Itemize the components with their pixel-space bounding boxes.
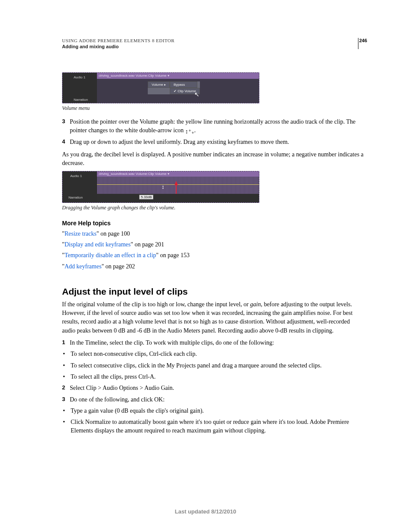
- help-rest: " on page 100: [97, 230, 130, 237]
- step-number: 3: [62, 118, 70, 135]
- page-number: 246: [359, 38, 367, 43]
- step-number: 3: [62, 395, 70, 404]
- help-link[interactable]: Temporarily disable an effect in a clip: [65, 252, 156, 258]
- step-text: Do one of the following, and click OK:: [70, 395, 364, 404]
- list-item: • Type a gain value (0 dB equals the cli…: [62, 407, 364, 415]
- screenshot-volume-menu: Audio 1 Narration driving_soundtrack.wav…: [62, 72, 259, 103]
- track-label-narration: Narration: [74, 98, 88, 102]
- list-item: • To select non-consecutive clips, Ctrl-…: [62, 350, 364, 358]
- header-title: USING ADOBE PREMIERE ELEMENTS 8 EDITOR: [62, 38, 364, 43]
- help-item: "Add keyframes" on page 202: [62, 261, 364, 272]
- step-text: Drag up or down to adjust the level unif…: [70, 138, 364, 146]
- menu-item-volume: Volume ▸: [148, 81, 170, 88]
- section2-intro: If the original volume of the clip is to…: [62, 300, 364, 335]
- bullet-icon: •: [62, 350, 71, 358]
- figure-caption-1: Volume menu: [62, 105, 364, 112]
- footer-last-updated: Last updated 8/12/2010: [0, 508, 411, 515]
- header-divider: [358, 38, 358, 49]
- step-number: 2: [62, 384, 70, 392]
- track-label-narration: Narration: [68, 196, 83, 199]
- track-label-audio: Audio 1: [70, 174, 82, 178]
- step-number: 4: [62, 138, 70, 146]
- step-text: Position the pointer over the Volume gra…: [70, 118, 364, 135]
- list-item: 1 In the Timeline, select the clip. To w…: [62, 339, 364, 347]
- step-text: Select Clip > Audio Options > Audio Gain…: [70, 384, 364, 392]
- bullet-text: To select consecutive clips, click in th…: [71, 361, 322, 370]
- section-heading-adjust-input: Adjust the input level of clips: [62, 286, 364, 297]
- list-item: • To select all the clips, press Ctrl-A.: [62, 373, 364, 381]
- screenshot-dragging-volume: Audio 1 Narration driving_soundtrack.wav…: [62, 171, 259, 203]
- figure-dragging-volume: Audio 1 Narration driving_soundtrack.wav…: [62, 171, 364, 203]
- help-link[interactable]: Add keyframes: [65, 263, 102, 270]
- bullet-text: Type a gain value (0 dB equals the clip'…: [71, 407, 204, 415]
- volume-line: [97, 184, 259, 185]
- help-rest: " on page 201: [131, 241, 164, 248]
- list-item: • To select consecutive clips, click in …: [62, 361, 364, 370]
- drag-cursor-icon: ↕: [162, 184, 165, 190]
- bullet-text: To select non-consecutive clips, Ctrl-cl…: [71, 350, 197, 358]
- intro-a: If the original volume of the clip is to…: [62, 301, 250, 308]
- step-number: 1: [62, 339, 70, 347]
- list-item: 3 Do one of the following, and click OK:: [62, 395, 364, 404]
- intro-gain: gain: [250, 301, 261, 308]
- bullet-icon: •: [62, 418, 71, 436]
- track-header: Audio 1 Narration: [62, 73, 97, 103]
- clip-title: driving_soundtrack.wav Volume:Clip Volum…: [97, 171, 259, 177]
- page-header: USING ADOBE PREMIERE ELEMENTS 8 EDITOR A…: [62, 38, 364, 49]
- step3-text-a: Position the pointer over the Volume gra…: [70, 118, 355, 134]
- paragraph-decibel: As you drag, the decibel level is displa…: [62, 150, 364, 168]
- header-subtitle: Adding and mixing audio: [62, 44, 364, 49]
- step-4: 4 Drag up or down to adjust the level un…: [62, 138, 364, 146]
- db-readout: 5.33dB: [139, 195, 153, 199]
- track-header: Audio 1 Narration: [62, 171, 97, 202]
- red-arrow-icon: [174, 181, 178, 185]
- bullet-icon: •: [62, 361, 71, 370]
- list-item: • Click Normalize to automatically boost…: [62, 418, 364, 436]
- bullet-icon: •: [62, 373, 71, 381]
- menu-item-bypass: Bypass: [170, 81, 197, 88]
- cursor-icon: ↖: [194, 91, 199, 98]
- content: Audio 1 Narration driving_soundtrack.wav…: [62, 69, 364, 438]
- double-arrow-cursor-icon: ↕⁺₊: [185, 127, 194, 136]
- help-rest: " on page 153: [156, 252, 190, 258]
- step-3: 3 Position the pointer over the Volume g…: [62, 118, 364, 135]
- step3-text-b: .: [194, 127, 196, 134]
- help-link[interactable]: Display and edit keyframes: [65, 241, 131, 248]
- bullet-icon: •: [62, 407, 71, 415]
- figure-caption-2: Dragging the Volume graph changes the cl…: [62, 205, 364, 211]
- step-text: In the Timeline, select the clip. To wor…: [70, 339, 364, 347]
- page: USING ADOBE PREMIERE ELEMENTS 8 EDITOR A…: [0, 0, 411, 532]
- help-item: "Resize tracks" on page 100: [62, 228, 364, 239]
- help-link[interactable]: Resize tracks: [65, 230, 97, 237]
- waveform: [97, 177, 259, 194]
- clip-title: driving_soundtrack.wav Volume:Clip Volum…: [97, 73, 259, 79]
- help-rest: " on page 202: [102, 263, 135, 270]
- bullet-text: Click Normalize to automatically boost g…: [71, 418, 364, 436]
- menu-item-clip-volume-label: Clip Volume: [177, 89, 196, 93]
- figure-volume-menu: Audio 1 Narration driving_soundtrack.wav…: [62, 72, 364, 103]
- bullet-text: To select all the clips, press Ctrl-A.: [71, 373, 156, 381]
- context-menu: Volume ▸ Bypass Volume ▸ ✔ Clip Volume: [148, 81, 200, 94]
- help-item: "Temporarily disable an effect in a clip…: [62, 250, 364, 261]
- help-item: "Display and edit keyframes" on page 201: [62, 239, 364, 250]
- track-label-audio: Audio 1: [74, 75, 85, 79]
- list-item: 2 Select Clip > Audio Options > Audio Ga…: [62, 384, 364, 392]
- more-help-heading: More Help topics: [62, 220, 364, 227]
- red-stem: [176, 185, 177, 194]
